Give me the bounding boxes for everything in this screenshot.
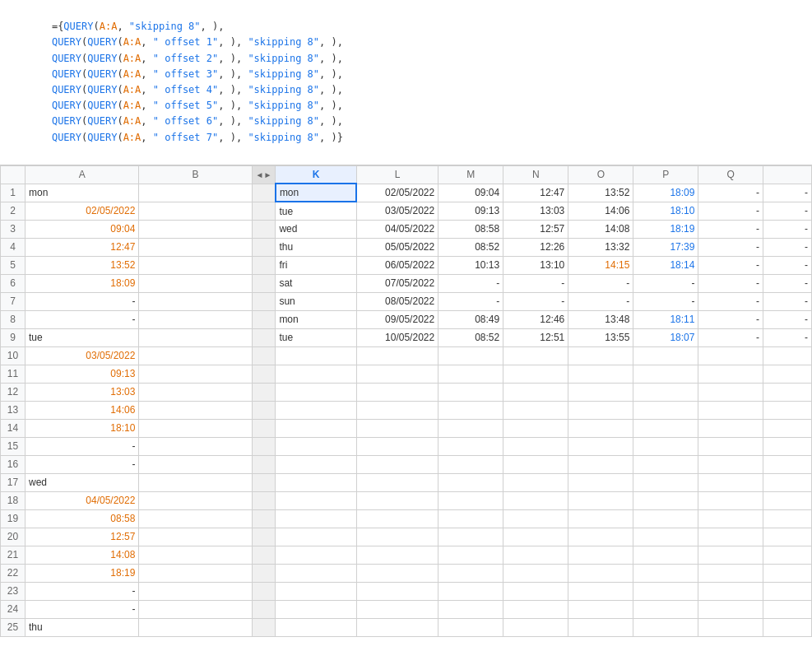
- cell-R-10[interactable]: [763, 346, 812, 365]
- cell-B-2[interactable]: [139, 202, 252, 220]
- cell-O-10[interactable]: [568, 346, 633, 365]
- cell-Q-14[interactable]: [698, 419, 763, 437]
- cell-B-6[interactable]: [139, 274, 252, 292]
- cell-Q-19[interactable]: [698, 509, 763, 528]
- cell-B-23[interactable]: [139, 582, 252, 600]
- cell-R-12[interactable]: [763, 383, 812, 401]
- cell-B-7[interactable]: [139, 292, 252, 310]
- cell-P-2[interactable]: 18:10: [633, 202, 698, 220]
- cell-B-9[interactable]: [139, 328, 252, 346]
- cell-A-8[interactable]: -: [26, 310, 139, 328]
- cell-A-23[interactable]: -: [26, 582, 139, 600]
- cell-Q-23[interactable]: [698, 582, 763, 600]
- cell-N-21[interactable]: [503, 546, 568, 564]
- cell-M-15[interactable]: [438, 437, 503, 455]
- cell-L-11[interactable]: [356, 365, 438, 383]
- cell-B-12[interactable]: [139, 383, 252, 401]
- cell-A-11[interactable]: 09:13: [26, 365, 139, 383]
- cell-B-1[interactable]: [139, 184, 252, 202]
- cell-Q-6[interactable]: -: [698, 274, 763, 292]
- cell-Q-15[interactable]: [698, 437, 763, 455]
- cell-O-22[interactable]: [568, 564, 633, 582]
- col-header-B[interactable]: B: [139, 165, 252, 184]
- cell-Q-17[interactable]: [698, 473, 763, 491]
- cell-P-24[interactable]: [633, 600, 698, 618]
- cell-L-8[interactable]: 09/05/2022: [356, 310, 438, 328]
- cell-A-2[interactable]: 02/05/2022: [26, 202, 139, 220]
- cell-N-8[interactable]: 12:46: [503, 310, 568, 328]
- cell-A-21[interactable]: 14:08: [26, 546, 139, 564]
- cell-L-3[interactable]: 04/05/2022: [356, 220, 438, 238]
- cell-R-4[interactable]: -: [763, 238, 812, 256]
- cell-N-7[interactable]: -: [503, 292, 568, 310]
- cell-P-18[interactable]: [633, 491, 698, 509]
- cell-K-8[interactable]: mon: [276, 310, 356, 328]
- cell-B-25[interactable]: [139, 618, 252, 636]
- cell-P-16[interactable]: [633, 455, 698, 473]
- cell-P-17[interactable]: [633, 473, 698, 491]
- cell-Q-4[interactable]: -: [698, 238, 763, 256]
- cell-O-20[interactable]: [568, 528, 633, 546]
- cell-P-15[interactable]: [633, 437, 698, 455]
- cell-M-2[interactable]: 09:13: [438, 202, 503, 220]
- cell-N-10[interactable]: [503, 346, 568, 365]
- cell-R-24[interactable]: [763, 600, 812, 618]
- cell-K-24[interactable]: [276, 600, 356, 618]
- cell-K-7[interactable]: sun: [276, 292, 356, 310]
- cell-R-25[interactable]: [763, 618, 812, 636]
- cell-P-7[interactable]: -: [633, 292, 698, 310]
- cell-P-13[interactable]: [633, 401, 698, 419]
- col-header-O[interactable]: O: [568, 165, 633, 184]
- cell-N-5[interactable]: 13:10: [503, 256, 568, 274]
- cell-N-24[interactable]: [503, 600, 568, 618]
- cell-A-10[interactable]: 03/05/2022: [26, 346, 139, 365]
- cell-O-8[interactable]: 13:48: [568, 310, 633, 328]
- cell-A-25[interactable]: thu: [26, 618, 139, 636]
- cell-P-19[interactable]: [633, 509, 698, 528]
- cell-B-8[interactable]: [139, 310, 252, 328]
- cell-A-7[interactable]: -: [26, 292, 139, 310]
- cell-P-14[interactable]: [633, 419, 698, 437]
- cell-N-1[interactable]: 12:47: [503, 184, 568, 202]
- cell-M-4[interactable]: 08:52: [438, 238, 503, 256]
- cell-R-21[interactable]: [763, 546, 812, 564]
- cell-M-17[interactable]: [438, 473, 503, 491]
- cell-L-21[interactable]: [356, 546, 438, 564]
- cell-R-7[interactable]: -: [763, 292, 812, 310]
- cell-Q-18[interactable]: [698, 491, 763, 509]
- col-header-M[interactable]: M: [438, 165, 503, 184]
- cell-B-21[interactable]: [139, 546, 252, 564]
- cell-M-21[interactable]: [438, 546, 503, 564]
- cell-A-24[interactable]: -: [26, 600, 139, 618]
- cell-Q-20[interactable]: [698, 528, 763, 546]
- cell-Q-21[interactable]: [698, 546, 763, 564]
- cell-P-3[interactable]: 18:19: [633, 220, 698, 238]
- cell-O-3[interactable]: 14:08: [568, 220, 633, 238]
- cell-O-21[interactable]: [568, 546, 633, 564]
- cell-K-3[interactable]: wed: [276, 220, 356, 238]
- cell-O-1[interactable]: 13:52: [568, 184, 633, 202]
- cell-Q-9[interactable]: -: [698, 328, 763, 346]
- cell-K-14[interactable]: [276, 419, 356, 437]
- cell-M-7[interactable]: -: [438, 292, 503, 310]
- cell-P-22[interactable]: [633, 564, 698, 582]
- cell-R-13[interactable]: [763, 401, 812, 419]
- cell-M-3[interactable]: 08:58: [438, 220, 503, 238]
- cell-K-16[interactable]: [276, 455, 356, 473]
- cell-Q-8[interactable]: -: [698, 310, 763, 328]
- cell-P-11[interactable]: [633, 365, 698, 383]
- cell-M-24[interactable]: [438, 600, 503, 618]
- cell-M-13[interactable]: [438, 401, 503, 419]
- cell-N-9[interactable]: 12:51: [503, 328, 568, 346]
- cell-O-7[interactable]: -: [568, 292, 633, 310]
- cell-K-5[interactable]: fri: [276, 256, 356, 274]
- cell-B-3[interactable]: [139, 220, 252, 238]
- cell-Q-13[interactable]: [698, 401, 763, 419]
- cell-R-3[interactable]: -: [763, 220, 812, 238]
- cell-M-20[interactable]: [438, 528, 503, 546]
- cell-N-15[interactable]: [503, 437, 568, 455]
- cell-A-5[interactable]: 13:52: [26, 256, 139, 274]
- cell-R-22[interactable]: [763, 564, 812, 582]
- cell-K-22[interactable]: [276, 564, 356, 582]
- cell-B-5[interactable]: [139, 256, 252, 274]
